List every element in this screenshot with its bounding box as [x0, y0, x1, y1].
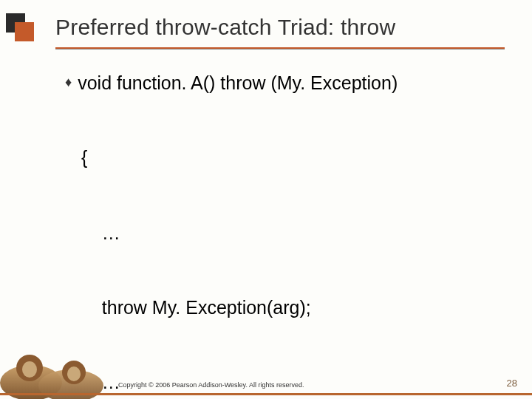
- corner-decoration: [6, 13, 38, 46]
- page-number: 28: [507, 378, 517, 389]
- title-underline: [55, 47, 505, 49]
- slide-body: ♦ void function. A() throw (My. Exceptio…: [65, 71, 502, 399]
- code-line: {: [81, 146, 502, 171]
- bullet-marker-icon: ♦: [65, 75, 72, 89]
- slide-title: Preferred throw-catch Triad: throw: [55, 15, 517, 40]
- code-block: { … throw My. Exception(arg); … }: [81, 96, 502, 399]
- code-line: …: [81, 221, 502, 246]
- copyright-footer: Copyright © 2006 Pearson Addison-Wesley.…: [118, 381, 304, 389]
- svg-point-2: [16, 355, 43, 381]
- code-line: throw My. Exception(arg);: [81, 296, 502, 321]
- bottom-border: [0, 393, 532, 395]
- svg-point-3: [22, 361, 37, 378]
- bullet-1: ♦ void function. A() throw (My. Exceptio…: [65, 71, 502, 96]
- bullet-1-text: void function. A() throw (My. Exception): [78, 71, 398, 96]
- decor-square-front: [15, 22, 34, 41]
